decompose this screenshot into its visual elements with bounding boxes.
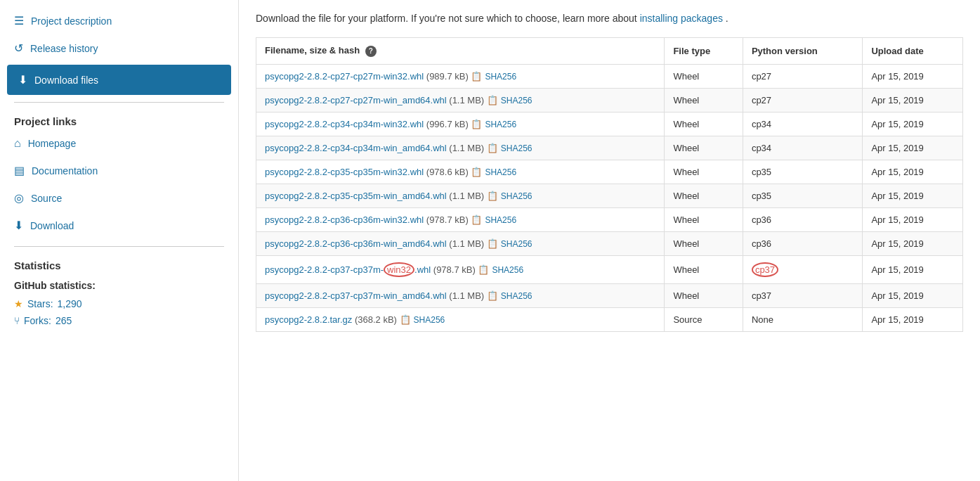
python-version-cell: cp35 (743, 184, 863, 207)
python-version-cell: cp37 (743, 283, 863, 307)
upload-date-cell: Apr 15, 2019 (863, 112, 963, 136)
col-upload: Upload date (863, 38, 963, 65)
download-icon: ⬇ (18, 73, 27, 86)
file-cell: psycopg2-2.8.2-cp35-cp35m-win_amd64.whl … (256, 184, 665, 207)
sidebar-item-source[interactable]: ◎ Source (0, 184, 238, 212)
python-version-cell: cp36 (743, 231, 863, 255)
sidebar-item-label: Project description (31, 15, 112, 27)
sha-link[interactable]: SHA256 (492, 265, 523, 275)
table-row: psycopg2-2.8.2-cp35-cp35m-win32.whl (978… (256, 160, 963, 184)
table-row: psycopg2-2.8.2-cp36-cp36m-win_amd64.whl … (256, 231, 963, 255)
doc-icon: ▤ (14, 164, 25, 177)
copy-icon: 📋 (484, 143, 498, 153)
copy-icon: 📋 (476, 264, 490, 275)
file-cell: psycopg2-2.8.2-cp35-cp35m-win32.whl (978… (256, 160, 665, 184)
file-link[interactable]: psycopg2-2.8.2-cp37-cp37m-win_amd64.whl (265, 290, 447, 301)
table-row: psycopg2-2.8.2-cp34-cp34m-win_amd64.whl … (256, 136, 963, 160)
circled-python: cp37 (752, 262, 778, 277)
sidebar-item-project-description[interactable]: ☰ Project description (0, 7, 238, 34)
intro-text: Download the file for your platform. If … (256, 13, 637, 24)
upload-date-cell: Apr 15, 2019 (863, 136, 963, 160)
upload-date-cell: Apr 15, 2019 (863, 307, 963, 331)
file-size: (1.1 MB) (447, 290, 484, 301)
file-link[interactable]: psycopg2-2.8.2-cp36-cp36m-win_amd64.whl (265, 238, 447, 249)
file-link[interactable]: psycopg2-2.8.2-cp27-cp27m-win_amd64.whl (265, 95, 447, 105)
file-size: (1.1 MB) (447, 191, 484, 201)
stars-value: 1,290 (58, 298, 82, 309)
sha-link[interactable]: SHA256 (485, 72, 516, 82)
file-cell: psycopg2-2.8.2-cp36-cp36m-win32.whl (978… (256, 207, 665, 231)
divider-1 (14, 102, 224, 103)
file-link[interactable]: psycopg2-2.8.2-cp34-cp34m-win_amd64.whl (265, 143, 447, 153)
sidebar-item-label: Download (30, 220, 74, 231)
sha-link[interactable]: SHA256 (485, 120, 516, 129)
sha-link[interactable]: SHA256 (501, 291, 533, 301)
sidebar-item-release-history[interactable]: ↺ Release history (0, 34, 238, 62)
sha-link[interactable]: SHA256 (501, 239, 533, 249)
sha-link[interactable]: SHA256 (501, 96, 533, 105)
python-version-cell: cp36 (743, 207, 863, 231)
sidebar-item-documentation[interactable]: ▤ Documentation (0, 157, 238, 184)
col-filename: Filename, size & hash ? (256, 38, 665, 65)
sha-link[interactable]: SHA256 (485, 215, 516, 225)
file-cell: psycopg2-2.8.2-cp27-cp27m-win_amd64.whl … (256, 88, 665, 112)
list-icon: ☰ (14, 14, 24, 27)
file-link[interactable]: psycopg2-2.8.2.tar.gz (265, 314, 352, 325)
stars-label: Stars: (27, 298, 53, 309)
file-size: (978.6 kB) (424, 167, 469, 177)
upload-date-cell: Apr 15, 2019 (863, 255, 963, 283)
file-type-cell: Wheel (665, 207, 743, 231)
col-python: Python version (743, 38, 863, 65)
file-link[interactable]: psycopg2-2.8.2-cp34-cp34m-win32.whl (265, 119, 424, 129)
file-link[interactable]: psycopg2-2.8.2-cp35-cp35m-win_amd64.whl (265, 191, 447, 201)
forks-value: 265 (55, 315, 72, 326)
file-link[interactable]: psycopg2-2.8.2-cp37-cp37m-win32.whl (265, 264, 431, 275)
table-header-row: Filename, size & hash ? File type Python… (256, 38, 963, 65)
file-cell: psycopg2-2.8.2-cp34-cp34m-win32.whl (996… (256, 112, 665, 136)
file-size: (996.7 kB) (424, 119, 469, 129)
file-size: (989.7 kB) (424, 71, 469, 82)
history-icon: ↺ (14, 41, 23, 55)
file-cell: psycopg2-2.8.2-cp37-cp37m-win32.whl (978… (256, 255, 665, 283)
sha-link[interactable]: SHA256 (414, 315, 445, 325)
sidebar-item-download-files[interactable]: ⬇ Download files (7, 65, 231, 95)
copy-icon: 📋 (484, 95, 498, 105)
copy-icon: 📋 (469, 71, 483, 82)
upload-date-cell: Apr 15, 2019 (863, 207, 963, 231)
file-size: (1.1 MB) (447, 95, 484, 105)
table-row: psycopg2-2.8.2-cp36-cp36m-win32.whl (978… (256, 207, 963, 231)
table-row: psycopg2-2.8.2-cp34-cp34m-win32.whl (996… (256, 112, 963, 136)
python-version-cell: None (743, 307, 863, 331)
files-table: Filename, size & hash ? File type Python… (256, 37, 963, 332)
file-cell: psycopg2-2.8.2-cp37-cp37m-win_amd64.whl … (256, 283, 665, 307)
upload-date-cell: Apr 15, 2019 (863, 160, 963, 184)
copy-icon: 📋 (484, 238, 498, 249)
help-icon[interactable]: ? (365, 46, 377, 57)
sha-link[interactable]: SHA256 (501, 143, 533, 153)
file-link[interactable]: psycopg2-2.8.2-cp36-cp36m-win32.whl (265, 214, 424, 225)
home-icon: ⌂ (14, 137, 21, 150)
file-cell: psycopg2-2.8.2-cp36-cp36m-win_amd64.whl … (256, 231, 665, 255)
copy-icon: 📋 (484, 290, 498, 301)
sidebar-item-download[interactable]: ⬇ Download (0, 212, 238, 239)
installing-packages-link[interactable]: installing packages (640, 13, 723, 24)
python-version-cell: cp27 (743, 64, 863, 88)
sidebar-item-label: Download files (34, 75, 98, 86)
table-row: psycopg2-2.8.2-cp37-cp37m-win32.whl (978… (256, 255, 963, 283)
file-link[interactable]: psycopg2-2.8.2-cp35-cp35m-win32.whl (265, 167, 424, 177)
forks-label: Forks: (24, 315, 51, 326)
upload-date-cell: Apr 15, 2019 (863, 64, 963, 88)
sidebar-item-label: Documentation (32, 165, 98, 177)
fork-icon: ⑂ (14, 315, 20, 326)
sha-link[interactable]: SHA256 (501, 191, 533, 201)
table-row: psycopg2-2.8.2-cp27-cp27m-win_amd64.whl … (256, 88, 963, 112)
copy-icon: 📋 (469, 167, 483, 177)
sha-link[interactable]: SHA256 (485, 167, 516, 177)
copy-icon: 📋 (484, 191, 498, 201)
upload-date-cell: Apr 15, 2019 (863, 184, 963, 207)
github-icon: ◎ (14, 191, 24, 205)
sidebar: ☰ Project description ↺ Release history … (0, 0, 239, 481)
intro-end: . (726, 13, 729, 24)
sidebar-item-homepage[interactable]: ⌂ Homepage (0, 130, 238, 157)
file-link[interactable]: psycopg2-2.8.2-cp27-cp27m-win32.whl (265, 71, 424, 82)
